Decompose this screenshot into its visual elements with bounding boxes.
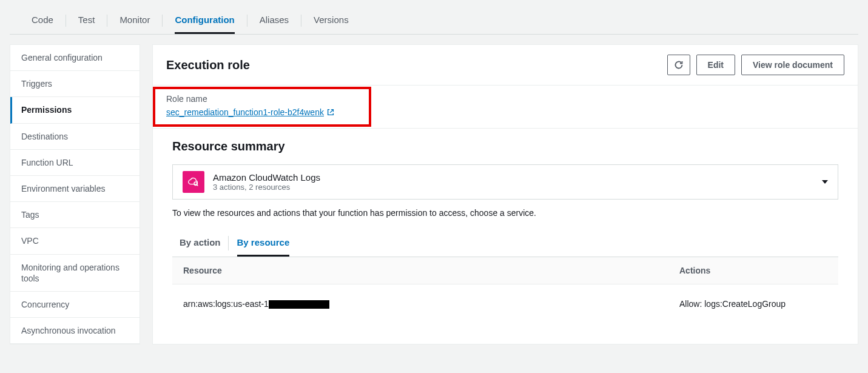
header-actions: Edit View role document [667, 55, 844, 75]
column-header-resource: Resource [172, 257, 668, 284]
redacted-text [269, 300, 329, 309]
service-selector[interactable]: Amazon CloudWatch Logs 3 actions, 2 reso… [172, 164, 838, 200]
resource-table: Resource Actions arn:aws:logs:us-east-1 … [172, 257, 838, 314]
tab-divider [247, 15, 247, 27]
sidebar-item-environment-variables[interactable]: Environment variables [10, 176, 140, 202]
role-name-link[interactable]: sec_remediation_function1-role-b2f4wenk [166, 107, 335, 117]
column-header-actions: Actions [668, 257, 838, 284]
role-name-text: sec_remediation_function1-role-b2f4wenk [166, 107, 324, 117]
tab-aliases[interactable]: Aliases [260, 7, 289, 34]
resource-summary: Resource summary Amazon CloudWatch Logs … [153, 129, 858, 324]
role-name-label: Role name [166, 94, 844, 104]
main-layout: General configuration Triggers Permissio… [0, 35, 868, 354]
service-name: Amazon CloudWatch Logs [213, 172, 320, 183]
tab-divider [107, 15, 107, 27]
highlight-annotation [153, 87, 371, 127]
panel-header: Execution role Edit View role document [153, 45, 858, 86]
cloudwatch-logs-icon [183, 171, 204, 193]
resource-arn-prefix: arn:aws:logs:us-east-1 [183, 299, 269, 309]
sidebar-item-permissions[interactable]: Permissions [10, 97, 140, 123]
service-info: Amazon CloudWatch Logs 3 actions, 2 reso… [183, 171, 320, 193]
refresh-icon [674, 60, 684, 70]
chevron-down-icon [822, 180, 828, 184]
tab-divider [162, 15, 163, 27]
sub-tab-by-resource[interactable]: By resource [237, 230, 290, 257]
table-row: arn:aws:logs:us-east-1 Allow: logs:Creat… [172, 284, 838, 314]
tab-configuration[interactable]: Configuration [175, 7, 234, 34]
sub-tab-by-action[interactable]: By action [180, 230, 221, 257]
refresh-button[interactable] [667, 55, 690, 75]
sidebar-item-vpc[interactable]: VPC [10, 228, 140, 254]
resource-sub-tabs: By action By resource [172, 230, 838, 257]
sidebar-item-destinations[interactable]: Destinations [10, 124, 140, 150]
sidebar-item-function-url[interactable]: Function URL [10, 150, 140, 176]
role-section: Role name sec_remediation_function1-role… [153, 86, 858, 129]
sidebar-item-triggers[interactable]: Triggers [10, 71, 140, 97]
panel-title: Execution role [166, 58, 250, 72]
tab-monitor[interactable]: Monitor [119, 7, 150, 34]
sidebar-item-asynchronous-invocation[interactable]: Asynchronous invocation [10, 318, 140, 344]
sidebar-item-tags[interactable]: Tags [10, 202, 140, 228]
service-meta: 3 actions, 2 resources [213, 183, 320, 192]
content-panel: Execution role Edit View role document R… [152, 44, 858, 344]
top-tabs: Code Test Monitor Configuration Aliases … [10, 7, 858, 35]
resource-summary-description: To view the resources and actions that y… [172, 208, 838, 218]
tab-test[interactable]: Test [78, 7, 95, 34]
sidebar-item-general-configuration[interactable]: General configuration [10, 45, 140, 71]
cell-actions: Allow: logs:CreateLogGroup [668, 294, 838, 314]
tab-divider [301, 15, 301, 27]
table-header: Resource Actions [172, 257, 838, 284]
external-link-icon [326, 108, 335, 116]
sidebar: General configuration Triggers Permissio… [10, 44, 140, 344]
sub-tab-divider [228, 236, 229, 250]
view-role-document-button[interactable]: View role document [741, 55, 844, 75]
sidebar-item-concurrency[interactable]: Concurrency [10, 292, 140, 318]
tab-code[interactable]: Code [32, 7, 53, 34]
cell-resource: arn:aws:logs:us-east-1 [172, 294, 668, 314]
resource-summary-title: Resource summary [172, 139, 838, 153]
edit-button[interactable]: Edit [696, 55, 735, 75]
tab-versions[interactable]: Versions [314, 7, 349, 34]
tab-divider [66, 15, 66, 27]
sidebar-item-monitoring-tools[interactable]: Monitoring and operations tools [10, 255, 140, 292]
